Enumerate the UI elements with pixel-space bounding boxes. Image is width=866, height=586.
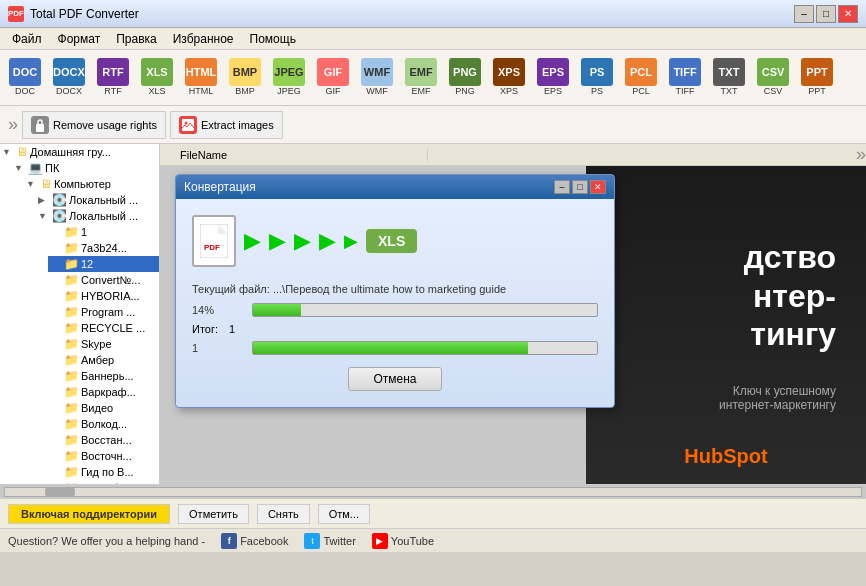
xls-icon: XLS	[141, 58, 173, 86]
tree-item-folder-program[interactable]: 📁Program ...	[48, 304, 159, 320]
dialog-minimize[interactable]: –	[554, 180, 570, 194]
menu-format[interactable]: Формат	[50, 30, 109, 48]
format-xps-button[interactable]: XPSXPS	[488, 52, 530, 102]
format-png-button[interactable]: PNGPNG	[444, 52, 486, 102]
unmark-button[interactable]: Снять	[257, 504, 310, 524]
play-button-2[interactable]: ▶	[269, 228, 286, 254]
play-button-3[interactable]: ▶	[294, 228, 311, 254]
format-ppt-button[interactable]: PPTPPT	[796, 52, 838, 102]
maximize-button[interactable]: □	[816, 5, 836, 23]
tree-item-folder-skype[interactable]: 📁Skype	[48, 336, 159, 352]
tree-item-folder-convert[interactable]: 📁Convert№...	[48, 272, 159, 288]
tree-label: Восстан...	[81, 434, 132, 446]
tree-item-home[interactable]: ▼ 🖥 Домашняя гру...	[0, 144, 159, 160]
menu-favorites[interactable]: Избранное	[165, 30, 242, 48]
cancel-button[interactable]: Отмена	[348, 367, 441, 391]
dialog-close[interactable]: ✕	[590, 180, 606, 194]
format-html-button[interactable]: HTMLHTML	[180, 52, 222, 102]
twitter-link[interactable]: t Twitter	[304, 533, 355, 549]
progress-count: 1	[192, 342, 252, 354]
play-button-1[interactable]: ▶	[244, 228, 261, 254]
app-icon: PDF	[8, 6, 24, 22]
tree-item-folder-guide[interactable]: 📁Гид по В...	[48, 464, 159, 480]
close-button[interactable]: ✕	[838, 5, 858, 23]
tree-item-folder-amber[interactable]: 📁Амбер	[48, 352, 159, 368]
tree-label: Амбер	[81, 354, 114, 366]
tree-item-pc[interactable]: ▼ 💻 ПК	[12, 160, 159, 176]
format-gif-button[interactable]: GIFGIF	[312, 52, 354, 102]
tree-item-folder-recycle[interactable]: 📁RECYCLE ...	[48, 320, 159, 336]
tree-item-folder-banner[interactable]: 📁Баннерь...	[48, 368, 159, 384]
progress-row-1: 14%	[192, 303, 598, 317]
tree-label: Волкод...	[81, 418, 127, 430]
tree-label: Convert№...	[81, 274, 141, 286]
scrollbar-thumb[interactable]	[45, 488, 75, 496]
output-format-badge: XLS	[366, 229, 417, 253]
tree-item-folder-12[interactable]: 📁12	[48, 256, 159, 272]
toolbar2-expand[interactable]: »	[8, 114, 18, 135]
twitter-label: Twitter	[323, 535, 355, 547]
format-wmf-button[interactable]: WMFWMF	[356, 52, 398, 102]
window-title: Total PDF Converter	[30, 7, 794, 21]
tree-item-folder-7a[interactable]: 📁7a3b24...	[48, 240, 159, 256]
format-xls-button[interactable]: XLSXLS	[136, 52, 178, 102]
filename-column-header: FileName	[180, 149, 428, 161]
format-csv-button[interactable]: CSVCSV	[752, 52, 794, 102]
tree-item-folder-restore[interactable]: 📁Восстан...	[48, 432, 159, 448]
main-area: ▼ 🖥 Домашняя гру... ▼ 💻 ПК ▼ 🖥 Компьютер	[0, 144, 866, 484]
format-docx-button[interactable]: DOCXDOCX	[48, 52, 90, 102]
tree-item-folder-joe[interactable]: 📁Джо Абе...	[48, 480, 159, 484]
tree-item-folder-east[interactable]: 📁Восточн...	[48, 448, 159, 464]
format-bmp-button[interactable]: BMPBMP	[224, 52, 266, 102]
csv-icon: CSV	[757, 58, 789, 86]
tree-item-folder-video[interactable]: 📁Видео	[48, 400, 159, 416]
gif-icon: GIF	[317, 58, 349, 86]
folder-icon: 📁	[64, 417, 79, 431]
dialog-body: PDF ▶ ▶ ▶ ▶ ▶ XLS Текущий файл	[176, 199, 614, 407]
tree-item-local-c[interactable]: ▶ 💽 Локальный ...	[36, 192, 159, 208]
txt-icon: TXT	[713, 58, 745, 86]
include-subdirs-button[interactable]: Включая поддиректории	[8, 504, 170, 524]
extract-images-button[interactable]: Extract images	[170, 111, 283, 139]
format-rtf-button[interactable]: RTFRTF	[92, 52, 134, 102]
tree-label: 12	[81, 258, 93, 270]
format-pcl-button[interactable]: PCLPCL	[620, 52, 662, 102]
minimize-button[interactable]: –	[794, 5, 814, 23]
filelist-expand[interactable]: »	[856, 144, 866, 165]
lock-icon	[31, 116, 49, 134]
svg-rect-0	[36, 124, 44, 132]
format-txt-button[interactable]: TXTTXT	[708, 52, 750, 102]
menu-edit[interactable]: Правка	[108, 30, 165, 48]
progress-row-2: 1	[192, 341, 598, 355]
tree-item-folder-warcraf[interactable]: 📁Варкраф...	[48, 384, 159, 400]
play-button-4[interactable]: ▶	[319, 228, 336, 254]
window-controls: – □ ✕	[794, 5, 858, 23]
format-doc-button[interactable]: DOCDOC	[4, 52, 46, 102]
tree-item-folder-hyboria[interactable]: 📁HYBORIA...	[48, 288, 159, 304]
mark-button[interactable]: Отметить	[178, 504, 249, 524]
tree-label: 1	[81, 226, 87, 238]
menu-file[interactable]: Файл	[4, 30, 50, 48]
doc-preview-text: дствонтер-тингу Ключ к успешномуинтернет…	[586, 218, 866, 431]
tree-item-local-d[interactable]: ▼ 💽 Локальный ...	[36, 208, 159, 224]
tree-item-folder-volkod[interactable]: 📁Волкод...	[48, 416, 159, 432]
facebook-link[interactable]: f Facebook	[221, 533, 288, 549]
play-button-5[interactable]: ▶	[344, 230, 358, 252]
tree-item-computer[interactable]: ▼ 🖥 Компьютер	[24, 176, 159, 192]
itog-value: 1	[229, 323, 235, 335]
menu-help[interactable]: Помощь	[242, 30, 304, 48]
tree-item-folder-1[interactable]: 📁1	[48, 224, 159, 240]
format-emf-button[interactable]: EMFEMF	[400, 52, 442, 102]
dialog-maximize[interactable]: □	[572, 180, 588, 194]
youtube-link[interactable]: ▶ YouTube	[372, 533, 434, 549]
format-tiff-button[interactable]: TIFFTIFF	[664, 52, 706, 102]
bottom-toolbar: Включая поддиректории Отметить Снять Отм…	[0, 498, 866, 528]
folder-icon: 📁	[64, 433, 79, 447]
horizontal-scrollbar[interactable]	[4, 487, 862, 497]
format-ps-button[interactable]: PSPS	[576, 52, 618, 102]
other-button[interactable]: Отм...	[318, 504, 370, 524]
file-list-area: FileName » дствонтер-тингу Ключ к успешн…	[160, 144, 866, 484]
format-jpeg-button[interactable]: JPEGJPEG	[268, 52, 310, 102]
format-eps-button[interactable]: EPSEPS	[532, 52, 574, 102]
remove-rights-button[interactable]: Remove usage rights	[22, 111, 166, 139]
